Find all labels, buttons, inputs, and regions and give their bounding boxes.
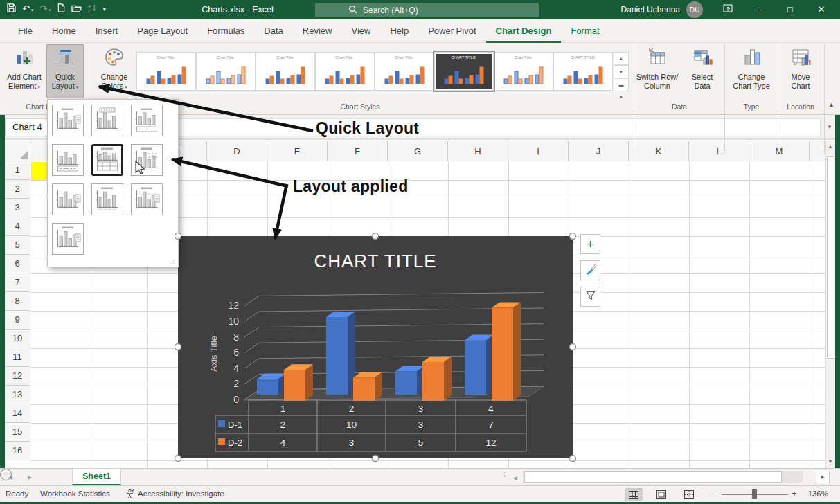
column-header-f[interactable]: F xyxy=(328,141,388,161)
quick-layout-option-8[interactable] xyxy=(91,183,123,215)
customize-qat-icon[interactable]: ▾ xyxy=(103,0,106,19)
chart-style-5[interactable]: Chart Title xyxy=(375,52,434,91)
workbook-statistics[interactable]: Workbook Statistics xyxy=(40,489,110,498)
chart-style-3[interactable]: Chart Title xyxy=(256,52,315,91)
chart-style-2[interactable]: Chart Title xyxy=(196,52,256,91)
vscroll-down-icon[interactable]: ▼ xyxy=(826,457,834,467)
select-data-button[interactable]: SelectData xyxy=(684,44,720,98)
menu-resize-handle[interactable]: .: xyxy=(170,258,175,265)
horizontal-scrollbar[interactable]: ◂ ▸ xyxy=(513,471,832,483)
zoom-level[interactable]: 136% xyxy=(803,489,828,498)
quick-layout-option-4[interactable] xyxy=(52,144,84,176)
tab-formulas[interactable]: Formulas xyxy=(197,19,254,43)
column-header-k[interactable]: K xyxy=(629,141,689,161)
row-header-12[interactable]: 12 xyxy=(5,367,30,386)
column-header-h[interactable]: H xyxy=(448,141,508,161)
row-header-10[interactable]: 10 xyxy=(5,330,30,348)
quick-layout-option-3[interactable] xyxy=(131,105,163,136)
ribbon-display-options-icon[interactable] xyxy=(716,0,740,19)
column-header-i[interactable]: I xyxy=(508,141,569,161)
row-header-14[interactable]: 14 xyxy=(5,404,30,423)
add-chart-element-button[interactable]: Add ChartElement▾ xyxy=(4,44,44,98)
view-page-layout-button[interactable] xyxy=(652,488,670,501)
row-header-9[interactable]: 9 xyxy=(5,311,30,330)
column-header-m[interactable]: M xyxy=(749,141,810,161)
view-normal-button[interactable] xyxy=(625,488,643,501)
tab-home[interactable]: Home xyxy=(42,19,86,43)
row-header-4[interactable]: 4 xyxy=(5,217,30,236)
accessibility-status[interactable]: Accessibility: Investigate xyxy=(138,489,224,498)
search-box[interactable]: Search (Alt+Q) xyxy=(315,3,539,17)
formula-bar-expand-icon[interactable]: ▼ xyxy=(823,118,837,136)
sheet-tab-sheet1[interactable]: Sheet1 xyxy=(72,469,121,485)
hscroll-thumb[interactable] xyxy=(524,471,782,483)
formula-bar[interactable] xyxy=(69,118,821,136)
hscroll-right-icon[interactable]: ▸ xyxy=(816,471,830,483)
quick-layout-option-1[interactable] xyxy=(52,105,84,136)
open-folder-icon[interactable] xyxy=(71,0,82,19)
vscroll-up-icon[interactable]: ▲ xyxy=(826,142,834,152)
row-header-5[interactable]: 5 xyxy=(5,236,30,255)
change-chart-type-button[interactable]: ChangeChart Type xyxy=(729,44,774,98)
quick-layout-option-9[interactable] xyxy=(131,183,163,215)
gallery-more-icon[interactable]: ▬▼ xyxy=(614,78,629,91)
tab-data[interactable]: Data xyxy=(254,19,292,43)
undo-icon[interactable]: ↶▾ xyxy=(22,0,33,20)
row-header-6[interactable]: 6 xyxy=(5,255,30,273)
collapse-ribbon-icon[interactable]: ▲ xyxy=(828,101,834,108)
close-button[interactable]: ✕ xyxy=(810,0,833,19)
vscroll-thumb[interactable] xyxy=(827,156,834,359)
tab-review[interactable]: Review xyxy=(293,19,342,43)
chart-elements-button[interactable]: + xyxy=(580,234,600,254)
account-name[interactable]: Daniel Uchenna xyxy=(609,0,680,19)
sheet-nav-left-icon[interactable]: ◂ xyxy=(8,469,12,485)
gallery-scroll-up-icon[interactable]: ▲ xyxy=(614,52,629,65)
sheet-nav-right-icon[interactable]: ▸ xyxy=(28,469,32,485)
view-page-break-button[interactable] xyxy=(680,488,698,501)
row-header-2[interactable]: 2 xyxy=(5,180,30,199)
chart-object[interactable]: CHART TITLEAxis Title0246810121234D-1210… xyxy=(178,236,573,458)
sort-az-icon[interactable]: AZ xyxy=(88,0,97,19)
row-header-15[interactable]: 15 xyxy=(5,423,30,442)
row-header-1[interactable]: 1 xyxy=(5,161,30,180)
quick-layout-option-2[interactable] xyxy=(91,105,123,136)
chart-filters-button[interactable] xyxy=(580,287,600,307)
column-header[interactable] xyxy=(810,141,825,161)
quick-layout-button[interactable]: QuickLayout▾ xyxy=(46,44,84,98)
column-header-j[interactable]: J xyxy=(569,141,629,161)
tab-file[interactable]: File xyxy=(8,19,42,43)
column-header-l[interactable]: L xyxy=(689,141,749,161)
hscroll-left-icon[interactable]: ◂ xyxy=(513,469,517,486)
row-header-8[interactable]: 8 xyxy=(5,292,30,311)
zoom-in-button[interactable]: + xyxy=(792,488,797,498)
chart-style-8[interactable]: CHART TITLE xyxy=(553,52,613,91)
row-header-3[interactable]: 3 xyxy=(5,199,30,217)
save-icon[interactable] xyxy=(7,0,16,19)
quick-layout-option-5-selected[interactable] xyxy=(91,144,123,176)
chart-style-4[interactable]: Chart Title xyxy=(315,52,375,91)
tab-help[interactable]: Help xyxy=(380,19,418,43)
row-header-11[interactable]: 11 xyxy=(5,348,30,367)
avatar[interactable]: DU xyxy=(686,1,703,18)
chart-style-1[interactable]: Chart Title xyxy=(136,52,196,91)
row-header-7[interactable]: 7 xyxy=(5,273,30,292)
chart-style-7[interactable]: Chart Title xyxy=(494,52,553,91)
new-file-icon[interactable] xyxy=(57,0,65,19)
minimize-button[interactable]: — xyxy=(747,0,771,19)
chart-style-6[interactable]: CHART TITLE xyxy=(434,52,494,91)
maximize-button[interactable]: □ xyxy=(778,0,802,19)
tab-insert[interactable]: Insert xyxy=(86,19,128,43)
tab-format[interactable]: Format xyxy=(561,19,609,43)
tab-view[interactable]: View xyxy=(341,19,380,43)
quick-layout-option-10[interactable] xyxy=(52,223,84,255)
move-chart-button[interactable]: MoveChart xyxy=(780,44,821,98)
row-header-13[interactable]: 13 xyxy=(5,386,30,404)
switch-row-column-button[interactable]: Switch Row/Column xyxy=(634,44,680,98)
gallery-scroll-down-icon[interactable]: ▼ xyxy=(614,65,629,78)
change-colors-button[interactable]: ChangeColors▾ xyxy=(94,44,134,98)
tab-power-pivot[interactable]: Power Pivot xyxy=(418,19,485,43)
column-header-e[interactable]: E xyxy=(267,141,328,161)
tab-page-layout[interactable]: Page Layout xyxy=(127,19,197,43)
quick-layout-option-7[interactable] xyxy=(52,183,84,215)
column-header-d[interactable]: D xyxy=(207,141,267,161)
